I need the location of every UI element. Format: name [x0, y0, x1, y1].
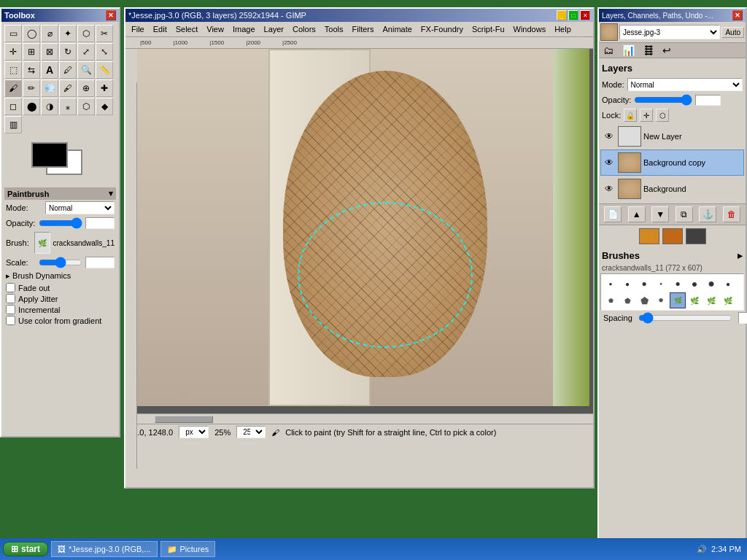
- menu-colors[interactable]: Colors: [288, 23, 320, 35]
- start-button[interactable]: ⊞ start: [3, 542, 48, 556]
- tool-scissors[interactable]: ✂: [96, 25, 113, 42]
- menu-filters[interactable]: Filters: [348, 23, 379, 35]
- brush-cell-cracks-3[interactable]: 🌿: [703, 292, 719, 308]
- brush-cell-cracks-4[interactable]: 🌿: [720, 292, 736, 308]
- tool-airbrush[interactable]: 💨: [41, 79, 58, 97]
- brush-cell-4[interactable]: [653, 276, 669, 292]
- layer-visibility-bgcopy[interactable]: 👁: [603, 156, 616, 169]
- tool-blend[interactable]: ▥: [4, 116, 22, 133]
- use-color-checkbox[interactable]: [6, 316, 15, 325]
- brush-cell-3[interactable]: [636, 276, 652, 292]
- brush-cell-6[interactable]: ●: [686, 276, 703, 292]
- layer-opacity-slider[interactable]: [634, 94, 692, 106]
- tool-rotate[interactable]: ↻: [59, 43, 77, 61]
- minimize-button[interactable]: _: [557, 10, 567, 20]
- toolbox-close-button[interactable]: ✕: [106, 10, 116, 20]
- layer-item-background[interactable]: 👁 Background: [600, 176, 744, 202]
- menu-view[interactable]: View: [202, 23, 228, 35]
- unit-select[interactable]: px: [179, 426, 209, 438]
- opacity-value[interactable]: 100.0: [85, 217, 115, 229]
- brush-cell-cracks-1[interactable]: 🌿: [670, 292, 686, 308]
- brush-preview-icon[interactable]: 🌿: [34, 232, 50, 254]
- close-button[interactable]: ✕: [580, 10, 590, 20]
- auto-button[interactable]: Auto: [721, 27, 744, 38]
- incremental-checkbox[interactable]: [6, 305, 15, 314]
- menu-file[interactable]: File: [127, 23, 149, 35]
- image-select-dropdown[interactable]: Jesse.jpg-3: [619, 25, 720, 39]
- mode-select[interactable]: Normal: [45, 201, 115, 214]
- brush-cell-1[interactable]: [603, 276, 619, 292]
- menu-edit[interactable]: Edit: [149, 23, 171, 35]
- tool-bucket-fill[interactable]: ◆: [96, 98, 113, 115]
- tool-rect-select[interactable]: ▭: [4, 25, 22, 42]
- collapse-icon[interactable]: ▾: [109, 189, 113, 198]
- brush-cell-8[interactable]: ●: [720, 276, 736, 292]
- tab-undo-icon[interactable]: ↩: [658, 43, 676, 58]
- menu-fx-foundry[interactable]: FX-Foundry: [417, 23, 468, 35]
- tool-move[interactable]: ✛: [4, 43, 22, 61]
- brush-cell-12[interactable]: ⬟: [653, 292, 669, 308]
- brushes-collapse-icon[interactable]: ▸: [738, 250, 743, 261]
- foreground-color-swatch[interactable]: [31, 142, 68, 168]
- lock-pixels-button[interactable]: 🔒: [624, 109, 637, 122]
- brush-cell-cracks-2[interactable]: 🌿: [686, 292, 703, 308]
- tool-by-color[interactable]: ⬡: [77, 25, 95, 42]
- tool-smudge[interactable]: ⁎: [59, 98, 77, 115]
- tool-pencil[interactable]: ✏: [23, 79, 40, 97]
- layer-visibility-new[interactable]: 👁: [603, 130, 616, 143]
- taskbar-item-gimp[interactable]: 🖼 *Jesse.jpg-3.0 (RGB,...: [51, 541, 158, 557]
- menu-tools[interactable]: Tools: [320, 23, 348, 35]
- tool-measure[interactable]: 📏: [96, 61, 113, 79]
- layer-item-new-layer[interactable]: 👁 New Layer: [600, 123, 744, 149]
- tool-heal[interactable]: ✚: [96, 79, 113, 97]
- horizontal-scrollbar[interactable]: [125, 413, 593, 424]
- menu-script-fu[interactable]: Script-Fu: [468, 23, 509, 35]
- tool-shear[interactable]: ⤡: [96, 43, 113, 61]
- menu-windows[interactable]: Windows: [509, 23, 551, 35]
- swatch-dark[interactable]: [686, 228, 706, 244]
- fade-out-checkbox[interactable]: [6, 283, 15, 292]
- tool-scale[interactable]: ⤢: [77, 43, 95, 61]
- menu-select[interactable]: Select: [171, 23, 203, 35]
- duplicate-layer-button[interactable]: ⧉: [676, 206, 693, 222]
- tool-crop[interactable]: ⊠: [41, 43, 58, 61]
- layer-item-background-copy[interactable]: 👁 Background copy: [600, 149, 744, 176]
- tool-blur[interactable]: ⬤: [23, 98, 40, 115]
- tab-layers-icon[interactable]: 🗂: [599, 43, 618, 58]
- brush-cell-5[interactable]: ●: [670, 276, 686, 292]
- tool-erase[interactable]: ◻: [4, 98, 22, 115]
- layer-opacity-value[interactable]: 100.0: [695, 95, 721, 106]
- tool-path[interactable]: ⬡: [77, 98, 95, 115]
- layer-mode-select[interactable]: Normal: [627, 78, 743, 91]
- tool-perspective[interactable]: ⬚: [4, 61, 22, 79]
- brush-cell-2[interactable]: [619, 276, 635, 292]
- tool-ink[interactable]: 🖋: [59, 79, 77, 97]
- scrollbar-thumb[interactable]: [155, 416, 213, 423]
- tab-paths-icon[interactable]: 🛤: [639, 43, 658, 58]
- menu-help[interactable]: Help: [550, 23, 576, 35]
- lower-layer-button[interactable]: ▼: [651, 206, 669, 222]
- new-layer-button[interactable]: 📄: [604, 206, 622, 222]
- lock-position-button[interactable]: ✛: [640, 109, 653, 122]
- swatch-brown[interactable]: [662, 228, 683, 244]
- tool-align[interactable]: ⊞: [23, 43, 40, 61]
- lock-all-button[interactable]: ⬡: [656, 109, 669, 122]
- scale-value[interactable]: 1.00: [85, 257, 115, 268]
- delete-layer-button[interactable]: 🗑: [723, 206, 740, 222]
- swatch-orange[interactable]: [639, 228, 659, 244]
- menu-layer[interactable]: Layer: [260, 23, 289, 35]
- zoom-select[interactable]: 25%: [236, 426, 266, 438]
- anchor-layer-button[interactable]: ⚓: [699, 206, 716, 222]
- tab-channels-icon[interactable]: 📊: [618, 43, 639, 58]
- brush-dynamics-label[interactable]: ▸ Brush Dynamics: [6, 271, 71, 281]
- brush-cell-10[interactable]: ⬟: [619, 292, 635, 308]
- tool-color-picker[interactable]: 🖊: [59, 61, 77, 79]
- tool-clone[interactable]: ⊕: [77, 79, 95, 97]
- brush-cell-9[interactable]: ⬟: [603, 292, 619, 308]
- apply-jitter-checkbox[interactable]: [6, 294, 15, 303]
- tool-dodge-burn[interactable]: ◑: [41, 98, 58, 115]
- brushes-spacing-value[interactable]: [738, 312, 747, 324]
- scale-slider[interactable]: [39, 258, 82, 267]
- menu-animate[interactable]: Animate: [378, 23, 416, 35]
- brush-cell-11[interactable]: ⬟: [636, 292, 652, 308]
